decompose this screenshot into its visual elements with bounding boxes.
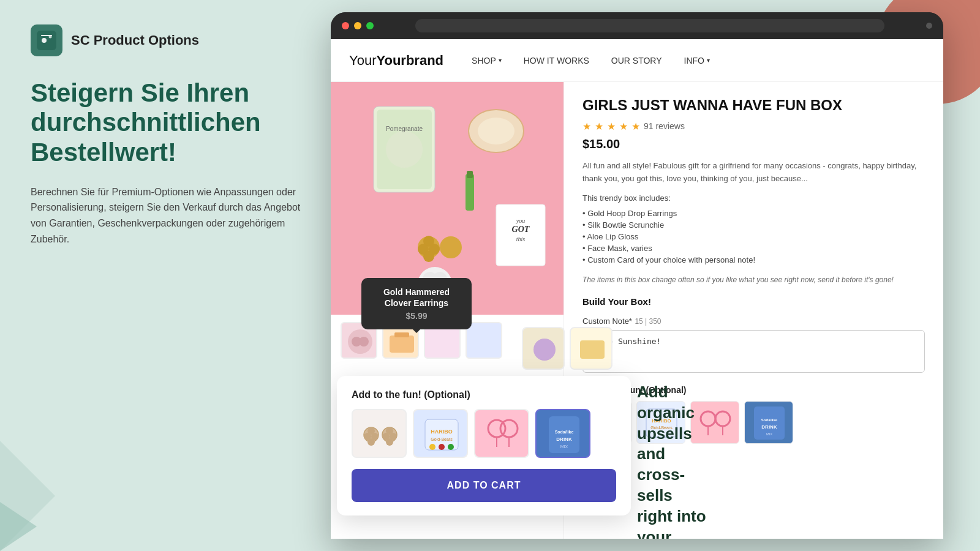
svg-text:MIX: MIX	[560, 444, 568, 449]
product-price: $15.00	[582, 137, 925, 151]
svg-point-12	[478, 118, 514, 144]
italic-note: The items in this box change often so if…	[582, 274, 925, 285]
svg-text:Soda/like: Soda/like	[555, 430, 574, 434]
reviews-count: 91 reviews	[644, 121, 685, 131]
browser-mockup: YourYourbrand SHOP ▾ HOW IT WORKS OUR ST…	[331, 12, 943, 539]
product-title: GIRLS JUST WANNA HAVE FUN BOX	[582, 97, 925, 114]
widget-card: Add to the fun! (Optional)	[337, 376, 631, 515]
left-panel: SC Product Options Steigern Sie Ihren du…	[0, 0, 343, 551]
nav-our-story[interactable]: OUR STORY	[611, 56, 662, 66]
svg-text:HARIBO: HARIBO	[431, 429, 453, 435]
star-1: ★	[582, 121, 591, 132]
nav-how-it-works[interactable]: HOW IT WORKS	[524, 56, 589, 66]
svg-text:this: this	[516, 236, 526, 242]
optional-add-label: Add to the fun! (Optional)	[582, 385, 925, 395]
product-area: Pomegranate	[331, 82, 943, 539]
svg-rect-33	[390, 335, 414, 353]
thumb-4[interactable]	[466, 322, 502, 359]
svg-point-46	[386, 438, 393, 446]
svg-point-50	[429, 444, 435, 450]
svg-text:Soda/like: Soda/like	[761, 418, 778, 422]
product-description: All fun and all style! Fabulous gift for…	[582, 160, 925, 186]
svg-point-35	[533, 339, 556, 361]
browser-dot-red	[342, 22, 349, 29]
widget-option-1[interactable]	[352, 409, 407, 458]
logo-icon	[31, 24, 62, 56]
svg-text:DRINK: DRINK	[761, 424, 777, 430]
svg-point-41	[368, 438, 375, 446]
svg-rect-13	[466, 174, 474, 211]
extra-thumb-1[interactable]	[522, 327, 565, 370]
bullet-item-3: Aloe Lip Gloss	[582, 231, 925, 242]
triangle-decoration	[0, 441, 110, 551]
includes-title: This trendy box includes:	[582, 193, 925, 203]
svg-point-20	[440, 236, 462, 258]
svg-point-51	[439, 444, 445, 450]
browser-address-bar	[415, 19, 884, 32]
svg-point-76	[715, 411, 730, 426]
svg-point-9	[386, 131, 423, 168]
stars-row: ★ ★ ★ ★ ★ 91 reviews	[582, 121, 925, 132]
bullet-list: Gold Hoop Drop Earrings Silk Bowtie Scru…	[582, 208, 925, 266]
svg-point-52	[448, 444, 454, 450]
build-title: Build Your Box!	[582, 296, 925, 307]
svg-text:MIX: MIX	[766, 432, 773, 436]
chevron-down-icon-info: ▾	[707, 57, 710, 64]
svg-point-54	[500, 420, 518, 437]
svg-text:Gold-Bears: Gold-Bears	[431, 437, 453, 441]
tooltip-title: Gold Hammered Clover Earrings	[372, 287, 461, 309]
product-images: Pomegranate	[331, 82, 564, 539]
nav-shop[interactable]: SHOP ▾	[472, 56, 502, 66]
logo-row: SC Product Options	[31, 24, 312, 56]
nav-info[interactable]: INFO ▾	[684, 56, 710, 66]
custom-note-label: Custom Note*	[582, 317, 632, 326]
svg-rect-21	[496, 204, 545, 266]
star-5: ★	[631, 121, 640, 132]
svg-rect-14	[467, 171, 473, 178]
star-2: ★	[595, 121, 603, 132]
char-count: 15 | 350	[635, 317, 661, 326]
custom-note-row: Custom Note* 15 | 350	[582, 315, 925, 326]
main-headline: Steigern Sie Ihren durchschnittlichen Be…	[31, 78, 312, 167]
widget-options: HARIBO Gold-Bears	[352, 409, 616, 458]
upsell-text: Add organic upsells and cross-sells righ…	[637, 382, 710, 539]
svg-text:Pomegranate: Pomegranate	[386, 126, 423, 132]
svg-rect-34	[394, 332, 409, 337]
extra-thumbs	[522, 327, 612, 370]
star-4: ★	[619, 121, 628, 132]
widget-option-4[interactable]: Soda/like DRINK MIX	[535, 409, 590, 458]
widget-card-title: Add to the fun! (Optional)	[352, 389, 616, 400]
browser-camera	[926, 23, 932, 29]
store-content: YourYourbrand SHOP ▾ HOW IT WORKS OUR ST…	[331, 39, 943, 539]
subtext: Berechnen Sie für Premium-Optionen wie A…	[31, 184, 312, 247]
add-to-cart-button[interactable]: ADD TO CART	[352, 469, 616, 502]
options-row: HARIBO Gold-Bears	[582, 401, 925, 444]
svg-text:DRINK: DRINK	[556, 437, 572, 442]
svg-point-32	[359, 337, 369, 347]
browser-dot-green	[366, 22, 374, 29]
bullet-item-4: Face Mask, varies	[582, 242, 925, 254]
tooltip-card: Gold Hammered Clover Earrings $5.99	[361, 278, 472, 329]
svg-point-1	[42, 38, 47, 43]
svg-text:GOT: GOT	[512, 225, 530, 234]
tooltip-price: $5.99	[372, 311, 461, 321]
custom-note-input[interactable]: Hello Sunshine!	[582, 330, 925, 373]
widget-option-2[interactable]: HARIBO Gold-Bears	[413, 409, 468, 458]
svg-rect-36	[580, 340, 605, 359]
extra-thumb-2[interactable]	[570, 327, 612, 370]
bullet-item-5: Custom Card of your choice with personal…	[582, 254, 925, 266]
bullet-item-1: Gold Hoop Drop Earrings	[582, 208, 925, 219]
chevron-down-icon: ▾	[499, 57, 502, 64]
store-brand: YourYourbrand	[349, 53, 443, 69]
store-nav: YourYourbrand SHOP ▾ HOW IT WORKS OUR ST…	[331, 39, 943, 82]
bullet-item-2: Silk Bowtie Scrunchie	[582, 219, 925, 231]
upsell-headline: Add organic upsells and cross-sells righ…	[637, 382, 710, 539]
browser-bar	[331, 12, 943, 39]
app-logo-text: SC Product Options	[71, 32, 199, 48]
svg-point-19	[423, 251, 434, 262]
opt-thumb-drink[interactable]: Soda/like DRINK MIX	[744, 401, 793, 444]
star-3: ★	[607, 121, 616, 132]
widget-option-3[interactable]	[474, 409, 529, 458]
svg-text:you: you	[516, 217, 525, 224]
browser-dot-yellow	[354, 22, 361, 29]
